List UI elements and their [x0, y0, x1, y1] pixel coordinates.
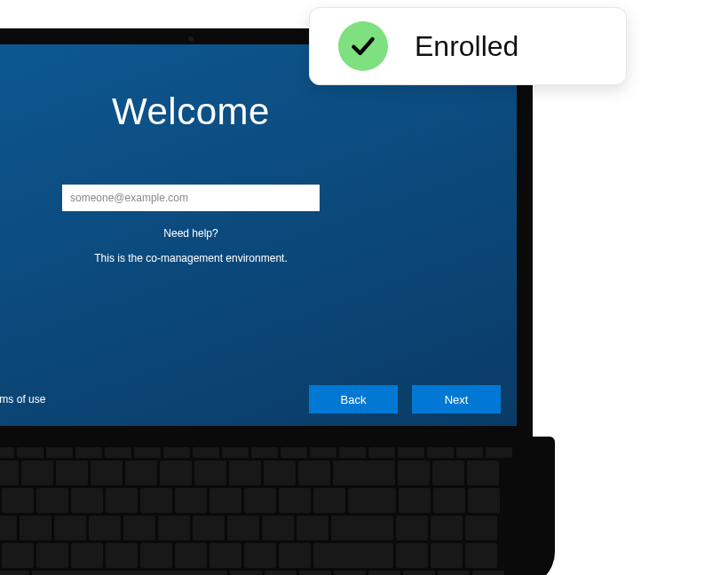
back-button[interactable]: Back: [309, 385, 398, 414]
email-field[interactable]: [62, 185, 320, 211]
laptop-lid: Welcome Need help? This is the co-manage…: [0, 28, 533, 437]
need-help-link[interactable]: Need help?: [163, 227, 218, 240]
laptop-keyboard: [0, 447, 519, 575]
laptop-screen: Welcome Need help? This is the co-manage…: [0, 44, 517, 426]
next-button[interactable]: Next: [412, 385, 501, 414]
screen-footer: Privacy & cookies Terms of use Back Next: [0, 385, 501, 414]
checkmark-icon: [338, 21, 388, 71]
terms-of-use-link[interactable]: Terms of use: [0, 393, 45, 406]
laptop-base: [0, 437, 555, 575]
environment-text: This is the co-management environment.: [94, 252, 287, 264]
enrolled-label: Enrolled: [415, 30, 518, 63]
enrolled-badge: Enrolled: [309, 7, 627, 85]
page-title: Welcome: [112, 91, 270, 133]
laptop-illustration: Welcome Need help? This is the co-manage…: [0, 28, 533, 575]
camera-icon: [188, 36, 194, 42]
